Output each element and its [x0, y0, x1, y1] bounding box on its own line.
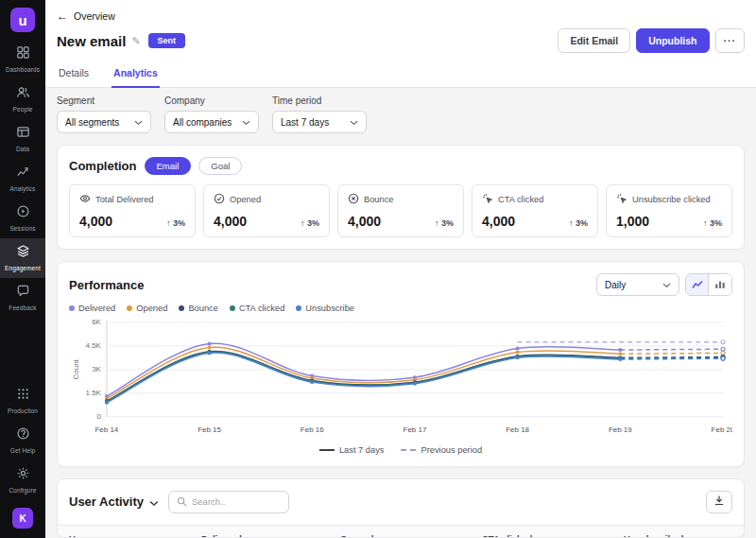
toggle-email-pill[interactable]: Email	[145, 157, 192, 175]
column-header-unsubscribed: Unsubscribed	[612, 525, 744, 538]
column-header-delivered: Delivered	[190, 525, 329, 538]
download-button[interactable]	[706, 491, 732, 513]
page-title: New email	[57, 33, 126, 49]
sidebar-item-analytics[interactable]: Analytics	[0, 159, 45, 199]
chevron-down-icon	[149, 494, 159, 511]
column-header-users: Users	[58, 525, 190, 538]
stat-value: 4,000	[214, 214, 247, 229]
cursor-click-icon	[616, 193, 627, 206]
tab-details[interactable]: Details	[57, 61, 91, 87]
legend-dot	[179, 305, 184, 311]
bar-chart-icon	[714, 276, 726, 293]
filter-label: Segment	[57, 95, 151, 106]
main-content: ← Overview New email ✎ Sent Edit Email U…	[45, 0, 756, 538]
sidebar-item-people[interactable]: People	[0, 79, 45, 119]
stat-opened: Opened 4,000 ↑ 3%	[203, 184, 330, 237]
completion-title: Completion	[69, 159, 137, 173]
legend-item-unsubscribe: Unsubscribe	[296, 304, 354, 313]
sidebar-item-data[interactable]: Data	[0, 119, 45, 159]
stat-label: Unsubscribe clicked	[632, 195, 711, 204]
sidebar-item-label: Sessions	[9, 225, 35, 232]
trend-up-icon: ↑	[435, 218, 439, 228]
sidebar-item-label: Feedback	[9, 304, 36, 311]
sidebar-item-feedback[interactable]: Feedback	[0, 278, 45, 318]
sidebar-item-production[interactable]: Production	[0, 381, 45, 421]
unpublish-button[interactable]: Unpublish	[636, 28, 709, 53]
app-logo[interactable]: u	[10, 8, 35, 32]
back-link[interactable]: ← Overview	[57, 0, 115, 23]
svg-text:Feb 18: Feb 18	[506, 425, 529, 434]
interval-select[interactable]: Daily	[596, 273, 679, 296]
sidebar-item-engagement[interactable]: Engagement	[0, 238, 45, 278]
sidebar-item-sessions[interactable]: Sessions	[0, 199, 45, 238]
performance-title: Performance	[69, 278, 144, 292]
legend-item-delivered: Delivered	[69, 304, 115, 313]
eye-icon	[79, 193, 91, 206]
bottom-legend-previous: Previous period	[401, 445, 482, 455]
sidebar-item-label: Engagement	[5, 265, 41, 271]
svg-text:Feb 16: Feb 16	[301, 425, 324, 434]
trend-up-icon: ↑	[301, 218, 305, 228]
download-icon	[713, 495, 725, 509]
stat-value: 4,000	[482, 214, 515, 229]
chart-bottom-legend: Last 7 days Previous period	[69, 443, 732, 455]
chart-area: 01.5K3K4.5K6KCountFeb 14Feb 15Feb 16Feb …	[69, 315, 732, 443]
search-icon	[177, 494, 187, 511]
legend-dot	[127, 305, 132, 311]
svg-text:Count: Count	[72, 358, 80, 379]
sidebar-item-label: People	[13, 106, 33, 113]
stat-label: CTA clicked	[498, 195, 543, 204]
stat-label: Total Delivered	[95, 195, 154, 204]
stat-trend: ↑ 3%	[703, 218, 722, 228]
search-input[interactable]	[192, 496, 281, 507]
performance-chart: 01.5K3K4.5K6KCountFeb 14Feb 15Feb 16Feb …	[69, 315, 732, 443]
engagement-icon	[16, 244, 30, 262]
svg-text:4.5K: 4.5K	[86, 341, 102, 350]
sessions-icon	[16, 204, 30, 222]
time-period-select-value: Last 7 days	[281, 117, 329, 128]
data-icon	[16, 125, 30, 143]
stat-value: 4,000	[79, 214, 112, 229]
sidebar-item-get-help[interactable]: Get Help	[0, 421, 45, 460]
sidebar-item-configure[interactable]: Configure	[0, 460, 45, 500]
filters-bar: Segment All segments Company All compani…	[45, 88, 756, 133]
filter-segment: Segment All segments	[57, 95, 151, 133]
stat-cards: Total Delivered 4,000 ↑ 3% Opened 4,000 …	[69, 184, 732, 237]
completion-card: Completion Email Goal Total Delivered 4,…	[57, 145, 745, 250]
solid-line-sample-icon	[319, 449, 335, 451]
svg-text:Feb 15: Feb 15	[198, 425, 221, 434]
legend-dot	[230, 305, 235, 311]
topbar: ← Overview New email ✎ Sent Edit Email U…	[45, 0, 756, 88]
line-chart-toggle-button[interactable]	[686, 274, 709, 295]
more-options-button[interactable]: ···	[715, 28, 746, 53]
company-select[interactable]: All companies	[164, 111, 259, 133]
chevron-down-icon	[350, 117, 358, 128]
segment-select[interactable]: All segments	[57, 111, 151, 133]
stat-trend: ↑ 3%	[569, 218, 588, 228]
time-period-select[interactable]: Last 7 days	[272, 111, 367, 133]
svg-text:6K: 6K	[92, 318, 101, 326]
user-activity-title-toggle[interactable]: User Activity	[69, 494, 159, 511]
bar-chart-toggle-button[interactable]	[709, 274, 731, 295]
filter-company: Company All companies	[164, 95, 259, 133]
sidebar-item-dashboards[interactable]: Dashboards	[0, 40, 45, 79]
legend-item-opened: Opened	[127, 304, 167, 313]
check-circle-icon	[214, 193, 225, 206]
edit-title-icon[interactable]: ✎	[131, 35, 140, 47]
legend-dot	[69, 305, 75, 311]
segment-select-value: All segments	[65, 117, 119, 128]
stat-trend: ↑ 3%	[301, 218, 319, 228]
svg-text:1.5K: 1.5K	[86, 389, 102, 397]
stat-value: 4,000	[348, 214, 381, 229]
trend-up-icon: ↑	[703, 218, 708, 228]
chevron-down-icon	[662, 280, 671, 290]
user-activity-card: User Activity Users Delivered Op	[57, 478, 745, 538]
tab-analytics[interactable]: Analytics	[112, 61, 160, 88]
user-avatar[interactable]: K	[12, 508, 33, 529]
user-activity-table: Users Delivered Opened CTA clicked Unsub…	[58, 525, 744, 538]
filter-label: Time period	[272, 95, 367, 106]
edit-email-button[interactable]: Edit Email	[558, 28, 630, 53]
filter-time-period: Time period Last 7 days	[272, 95, 367, 133]
toggle-goal-pill[interactable]: Goal	[198, 157, 242, 175]
sidebar: u Dashboards People Data Analytics Sessi…	[0, 0, 45, 538]
